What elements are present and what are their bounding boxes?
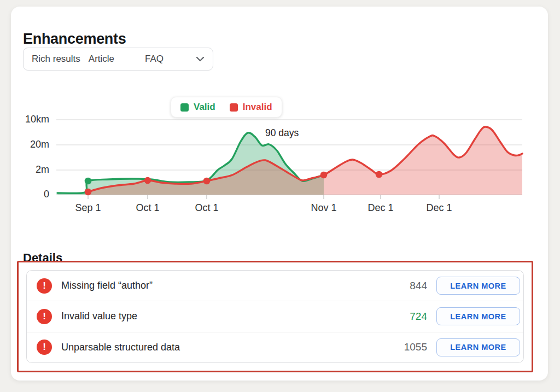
valid-swatch-icon: [180, 103, 189, 112]
x-axis-label: Oct 1: [182, 202, 231, 214]
x-axis-label: Dec 1: [415, 202, 464, 214]
y-axis-label: 10km: [10, 114, 49, 125]
issue-count: 724: [396, 311, 427, 323]
legend-label-invalid: Invalid: [243, 102, 272, 113]
filter-item-rich-results[interactable]: Rich results: [32, 54, 80, 65]
table-row[interactable]: ! Unparsable structured data 1055 LEARN …: [27, 332, 523, 362]
error-icon: !: [37, 278, 52, 294]
error-icon: !: [37, 340, 52, 355]
learn-more-button[interactable]: LEARN MORE: [436, 307, 520, 325]
invalid-swatch-icon: [230, 103, 238, 112]
legend-label-valid: Valid: [194, 102, 215, 113]
chart-annotation: 90 days: [265, 127, 299, 139]
learn-more-button[interactable]: LEARN MORE: [436, 338, 520, 356]
y-axis-label: 20m: [10, 139, 49, 150]
issue-label: Missing field “author”: [61, 280, 396, 291]
filter-item-article[interactable]: Article: [89, 54, 114, 65]
table-row[interactable]: ! Invalid value type 724 LEARN MORE: [27, 301, 523, 332]
x-axis-label: Dec 1: [356, 202, 405, 214]
issues-table: ! Missing field “author” 844 LEARN MORE …: [26, 270, 524, 363]
filter-item-faq[interactable]: FAQ: [145, 54, 164, 65]
issue-count: 1055: [396, 341, 427, 353]
error-icon: !: [37, 309, 52, 324]
x-axis-label: Oct 1: [123, 202, 172, 214]
y-axis-label: 0: [10, 189, 49, 200]
y-axis-label: 2m: [10, 164, 49, 175]
page-title: Enhancements: [23, 31, 126, 48]
chart-legend: Valid Invalid: [171, 97, 282, 118]
x-axis-label: Nov 1: [299, 202, 348, 214]
issue-label: Invalid value type: [61, 311, 396, 322]
issue-count: 844: [396, 280, 427, 292]
learn-more-button[interactable]: LEARN MORE: [436, 277, 520, 295]
page-background: Enhancements Rich results Article FAQ Va…: [0, 0, 560, 392]
legend-item-valid[interactable]: Valid: [180, 102, 215, 113]
chevron-down-icon[interactable]: [196, 56, 205, 62]
issue-label: Unparsable structured data: [61, 342, 396, 353]
legend-item-invalid[interactable]: Invalid: [230, 102, 272, 113]
details-error-highlight-box: ! Missing field “author” 844 LEARN MORE …: [17, 261, 533, 372]
table-row[interactable]: ! Missing field “author” 844 LEARN MORE: [27, 271, 523, 301]
x-axis-label: Sep 1: [63, 202, 113, 214]
rich-results-filter-dropdown[interactable]: Rich results Article FAQ: [23, 48, 213, 71]
